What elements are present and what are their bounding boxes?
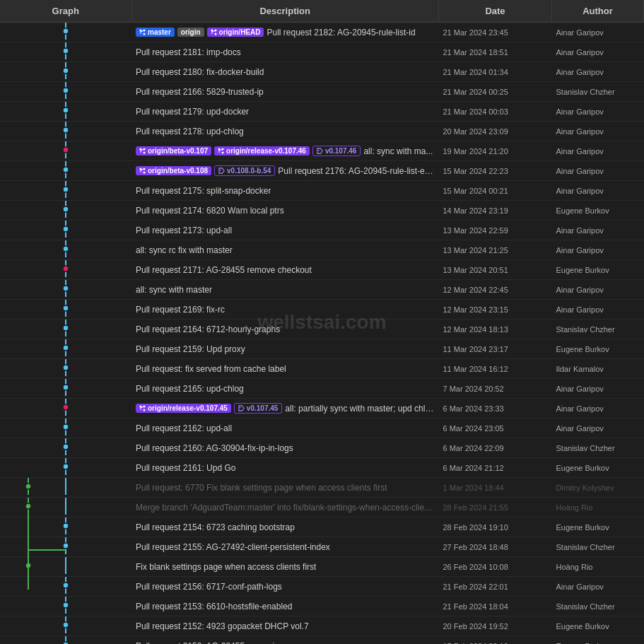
description-cell[interactable]: Pull request 2164: 6712-hourly-graphs bbox=[131, 320, 439, 339]
description-cell[interactable]: Pull request 2178: upd-chlog bbox=[131, 122, 439, 141]
table-row[interactable]: Pull request 2166: 5829-trusted-ip21 Mar… bbox=[0, 82, 644, 102]
table-row[interactable]: origin/beta-v0.107origin/release-v0.107.… bbox=[0, 141, 644, 161]
description-cell[interactable]: Pull request 2159: Upd proxy bbox=[131, 339, 439, 359]
description-cell[interactable]: origin/release-v0.107.45v0.107.45all: pa… bbox=[131, 399, 439, 418]
table-row[interactable]: Pull request: 6770 Fix blank settings pa… bbox=[0, 478, 644, 498]
description-cell[interactable]: Pull request 2154: 6723 caching bootstra… bbox=[131, 517, 439, 537]
table-row[interactable]: masteroriginorigin/HEADPull request 2182… bbox=[0, 23, 644, 42]
description-cell[interactable]: masteroriginorigin/HEADPull request 2182… bbox=[131, 23, 439, 42]
table-row[interactable]: Pull request 2162: upd-all6 Mar 2024 23:… bbox=[0, 418, 644, 438]
graph-cell bbox=[0, 141, 131, 161]
table-row[interactable]: origin/beta-v0.108v0.108.0-b.54Pull requ… bbox=[0, 161, 644, 181]
table-row[interactable]: Pull request 2150: AG-28455 rc versions1… bbox=[0, 636, 644, 645]
table-row[interactable]: Pull request 2155: AG-27492-client-persi… bbox=[0, 537, 644, 557]
table-row[interactable]: Pull request 2156: 6717-conf-path-logs21… bbox=[0, 577, 644, 597]
badge[interactable]: master bbox=[136, 28, 175, 37]
graph-cell bbox=[0, 221, 131, 240]
description-cell[interactable]: Pull request 2166: 5829-trusted-ip bbox=[131, 82, 439, 102]
svg-point-64 bbox=[63, 365, 69, 370]
description-cell[interactable]: Pull request 2162: upd-all bbox=[131, 418, 439, 438]
badge[interactable]: v0.107.45 bbox=[234, 403, 283, 414]
description-cell[interactable]: origin/beta-v0.107origin/release-v0.107.… bbox=[131, 141, 439, 161]
author-cell: Eugene Burkov bbox=[552, 517, 644, 537]
description-cell[interactable]: Pull request 2181: imp-docs bbox=[131, 42, 439, 62]
table-row[interactable]: Pull request: fix served from cache labe… bbox=[0, 359, 644, 379]
description-cell[interactable]: Pull request 2152: 4923 gopacket DHCP vo… bbox=[131, 616, 439, 636]
graph-svg bbox=[0, 62, 131, 79]
badge[interactable]: v0.107.46 bbox=[312, 146, 361, 156]
date-cell: 14 Mar 2024 23:19 bbox=[439, 201, 552, 221]
description-cell[interactable]: Pull request 2180: fix-docker-build bbox=[131, 62, 439, 82]
table-row[interactable]: Pull request 2173: upd-all13 Mar 2024 22… bbox=[0, 221, 644, 240]
table-row[interactable]: Pull request 2178: upd-chlog20 Mar 2024 … bbox=[0, 122, 644, 141]
author-cell: Hoàng Rio bbox=[552, 498, 644, 517]
table-row[interactable]: Pull request 2179: upd-docker21 Mar 2024… bbox=[0, 102, 644, 122]
table-row[interactable]: Pull request 2159: Upd proxy11 Mar 2024 … bbox=[0, 339, 644, 359]
description-cell[interactable]: all: sync rc fix with master bbox=[131, 240, 439, 260]
description-cell[interactable]: Pull request 2173: upd-all bbox=[131, 221, 439, 240]
description-cell[interactable]: Pull request 2161: Upd Go bbox=[131, 458, 439, 478]
description-cell[interactable]: Fix blank settings page when access clie… bbox=[131, 557, 439, 577]
table-row[interactable]: all: sync rc fix with master13 Mar 2024 … bbox=[0, 240, 644, 260]
author-cell: Eugene Burkov bbox=[552, 616, 644, 636]
commit-description: Fix blank settings page when access clie… bbox=[136, 562, 316, 572]
description-cell[interactable]: origin/beta-v0.108v0.108.0-b.54Pull requ… bbox=[131, 161, 439, 181]
date-cell: 13 Mar 2024 21:25 bbox=[439, 240, 552, 260]
author-cell: Hoàng Rio bbox=[552, 557, 644, 577]
description-cell[interactable]: Pull request 2165: upd-chlog bbox=[131, 379, 439, 399]
date-cell: 21 Feb 2024 18:04 bbox=[439, 597, 552, 616]
author-cell: Eugene Burkov bbox=[552, 458, 644, 478]
table-row[interactable]: Merge branch 'AdguardTeam:master' into f… bbox=[0, 498, 644, 517]
table-row[interactable]: Pull request 2160: AG-30904-fix-ip-in-lo… bbox=[0, 438, 644, 458]
badge[interactable]: origin bbox=[177, 28, 204, 37]
description-cell[interactable]: Pull request 2174: 6820 Warn local ptrs bbox=[131, 201, 439, 221]
author-cell: Ainar Garipov bbox=[552, 280, 644, 300]
table-row[interactable]: Pull request 2174: 6820 Warn local ptrs1… bbox=[0, 201, 644, 221]
table-row[interactable]: Pull request 2165: upd-chlog7 Mar 2024 2… bbox=[0, 379, 644, 399]
table-row[interactable]: Pull request 2169: fix-rc12 Mar 2024 23:… bbox=[0, 300, 644, 320]
commit-description: Pull request 2178: upd-chlog bbox=[136, 127, 244, 136]
description-cell[interactable]: Pull request 2153: 6610-hostsfile-enable… bbox=[131, 597, 439, 616]
description-cell[interactable]: Pull request: fix served from cache labe… bbox=[131, 359, 439, 379]
description-cell[interactable]: Pull request 2179: upd-docker bbox=[131, 102, 439, 122]
commit-description: Pull request 2162: upd-all bbox=[136, 423, 232, 433]
table-row[interactable]: Pull request 2180: fix-docker-build21 Ma… bbox=[0, 62, 644, 82]
badge[interactable]: origin/HEAD bbox=[207, 28, 264, 37]
svg-point-58 bbox=[63, 305, 69, 311]
description-cell[interactable]: Merge branch 'AdguardTeam:master' into f… bbox=[131, 498, 439, 517]
graph-cell bbox=[0, 42, 131, 62]
svg-point-98 bbox=[63, 602, 69, 608]
description-cell[interactable]: Pull request 2175: split-snap-docker bbox=[131, 181, 439, 201]
commit-description: Pull request: 6770 Fix blank settings pa… bbox=[136, 483, 387, 493]
description-cell[interactable]: Pull request: 6770 Fix blank settings pa… bbox=[131, 478, 439, 498]
description-cell[interactable]: Pull request 2156: 6717-conf-path-logs bbox=[131, 577, 439, 597]
table-row[interactable]: Pull request 2171: AG-28455 remove check… bbox=[0, 260, 644, 280]
date-cell: 20 Feb 2024 19:52 bbox=[439, 616, 552, 636]
description-cell[interactable]: Pull request 2169: fix-rc bbox=[131, 300, 439, 320]
table-row[interactable]: Pull request 2161: Upd Go6 Mar 2024 21:1… bbox=[0, 458, 644, 478]
graph-cell bbox=[0, 201, 131, 221]
table-row[interactable]: Pull request 2175: split-snap-docker15 M… bbox=[0, 181, 644, 201]
graph-cell bbox=[0, 379, 131, 399]
badge[interactable]: origin/beta-v0.107 bbox=[136, 146, 211, 156]
table-row[interactable]: Pull request 2164: 6712-hourly-graphs12 … bbox=[0, 320, 644, 339]
badge[interactable]: origin/release-v0.107.46 bbox=[214, 146, 310, 156]
svg-point-94 bbox=[25, 563, 31, 568]
description-cell[interactable]: Pull request 2150: AG-28455 rc versions bbox=[131, 636, 439, 645]
table-row[interactable]: origin/release-v0.107.45v0.107.45all: pa… bbox=[0, 399, 644, 418]
table-row[interactable]: Pull request 2153: 6610-hostsfile-enable… bbox=[0, 597, 644, 616]
table-row[interactable]: Pull request 2154: 6723 caching bootstra… bbox=[0, 517, 644, 537]
svg-point-21 bbox=[63, 127, 69, 133]
table-row[interactable]: Fix blank settings page when access clie… bbox=[0, 557, 644, 577]
badge[interactable]: v0.108.0-b.54 bbox=[214, 165, 275, 176]
badge[interactable]: origin/release-v0.107.45 bbox=[136, 404, 231, 413]
author-cell: Ainar Garipov bbox=[552, 418, 644, 438]
table-row[interactable]: all: sync with master12 Mar 2024 22:45Ai… bbox=[0, 280, 644, 300]
table-row[interactable]: Pull request 2181: imp-docs21 Mar 2024 1… bbox=[0, 42, 644, 62]
description-cell[interactable]: Pull request 2171: AG-28455 remove check… bbox=[131, 260, 439, 280]
badge[interactable]: origin/beta-v0.108 bbox=[136, 166, 211, 175]
description-cell[interactable]: all: sync with master bbox=[131, 280, 439, 300]
table-row[interactable]: Pull request 2152: 4923 gopacket DHCP vo… bbox=[0, 616, 644, 636]
description-cell[interactable]: Pull request 2160: AG-30904-fix-ip-in-lo… bbox=[131, 438, 439, 458]
description-cell[interactable]: Pull request 2155: AG-27492-client-persi… bbox=[131, 537, 439, 557]
